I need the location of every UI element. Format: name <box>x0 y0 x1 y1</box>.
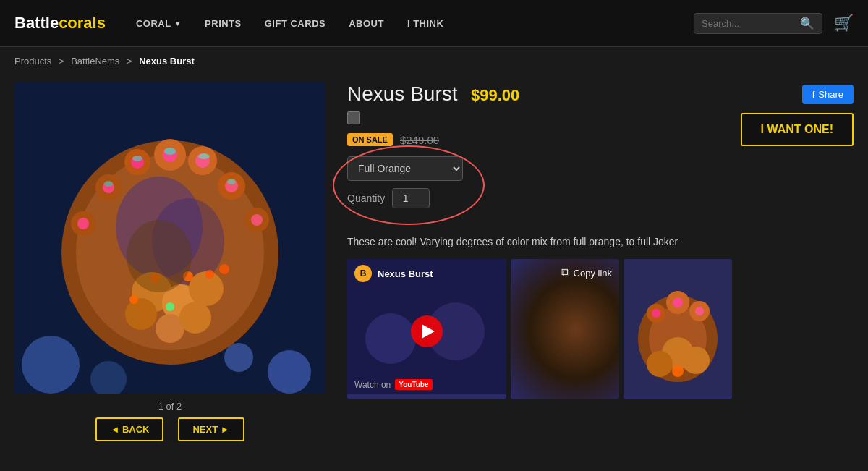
product-image <box>14 82 326 394</box>
svg-point-50 <box>652 309 660 318</box>
svg-point-48 <box>673 297 683 307</box>
youtube-badge: YouTube <box>395 379 432 390</box>
product-image-section: 1 of 2 ◄ BACK NEXT ► <box>14 82 326 441</box>
share-button[interactable]: f Share <box>802 85 854 104</box>
video-side-panel: ⧉ Copy link <box>511 259 619 399</box>
search-box: 🔍 <box>694 13 822 34</box>
svg-point-24 <box>104 181 113 187</box>
product-price: $99.00 <box>471 86 519 104</box>
svg-point-38 <box>219 264 229 274</box>
logo-battle-text: Battle <box>14 14 59 32</box>
svg-point-2 <box>268 350 311 394</box>
svg-point-40 <box>127 220 192 292</box>
svg-point-36 <box>205 270 214 279</box>
next-button[interactable]: NEXT ► <box>178 417 244 441</box>
video-header: B Nexus Burst <box>347 259 506 288</box>
video-logo: B <box>354 265 372 282</box>
main-content: 1 of 2 ◄ BACK NEXT ► Nexus Burst $99.00 … <box>0 75 868 456</box>
svg-point-55 <box>682 347 710 374</box>
breadcrumb-products[interactable]: Products <box>14 56 51 67</box>
copy-link-button[interactable]: ⧉ Copy link <box>561 266 612 279</box>
original-price: $249.00 <box>400 134 439 146</box>
search-icon: 🔍 <box>800 17 814 30</box>
svg-point-37 <box>129 295 138 304</box>
search-input[interactable] <box>702 18 796 29</box>
play-button[interactable] <box>411 315 443 347</box>
image-nav: ◄ BACK NEXT ► <box>14 417 326 441</box>
back-button[interactable]: ◄ BACK <box>95 417 163 441</box>
svg-point-21 <box>164 148 176 155</box>
color-swatch[interactable] <box>347 111 360 124</box>
svg-point-52 <box>695 307 704 315</box>
svg-point-22 <box>132 156 142 161</box>
nav-i-think[interactable]: I THINK <box>399 12 452 35</box>
chevron-down-icon: ▼ <box>174 20 182 27</box>
variant-select-row: Full Orange Full Joker Mixed <box>347 156 463 181</box>
copy-link-label: Copy link <box>574 268 612 279</box>
header: Battlecorals CORAL ▼ PRINTS GIFT CARDS A… <box>0 0 868 47</box>
svg-point-23 <box>198 153 210 159</box>
header-right: 🔍 🛒 <box>694 13 854 34</box>
variant-select[interactable]: Full Orange Full Joker Mixed <box>347 156 463 181</box>
copy-icon: ⧉ <box>561 266 569 279</box>
svg-point-18 <box>77 218 89 229</box>
svg-point-25 <box>227 179 236 184</box>
breadcrumb-battlenems[interactable]: BattleNems <box>71 56 119 67</box>
video-third-panel[interactable] <box>624 259 732 399</box>
video-title: Nexus Burst <box>378 268 433 279</box>
quantity-label: Quantity <box>347 192 385 204</box>
svg-point-31 <box>125 298 157 330</box>
svg-point-39 <box>166 302 174 311</box>
svg-point-56 <box>672 365 684 377</box>
logo-corals-text: corals <box>59 14 106 32</box>
nav-coral[interactable]: CORAL ▼ <box>127 12 190 35</box>
product-description: These are cool! Varying degrees of color… <box>347 236 854 247</box>
product-title: Nexus Burst <box>347 82 458 105</box>
main-nav: CORAL ▼ PRINTS GIFT CARDS ABOUT I THINK <box>127 12 694 35</box>
quantity-row: Quantity <box>347 188 463 208</box>
watch-on-bar: Watch on YouTube <box>347 375 506 394</box>
cart-button[interactable]: 🛒 <box>834 14 854 33</box>
video-main: B Nexus Burst Watch on YouTube <box>347 259 506 399</box>
on-sale-badge: ON SALE <box>347 133 393 146</box>
svg-point-33 <box>179 302 211 334</box>
buy-button[interactable]: I WANT ONE! <box>741 113 854 146</box>
product-title-row: Nexus Burst $99.00 f Share <box>347 82 854 106</box>
product-info: Nexus Burst $99.00 f Share ON SALE $249.… <box>347 82 854 441</box>
video-side-content: ⧉ Copy link <box>511 259 619 399</box>
quantity-input[interactable] <box>392 188 430 208</box>
svg-point-3 <box>224 343 253 372</box>
nav-about[interactable]: ABOUT <box>340 12 393 35</box>
nav-prints[interactable]: PRINTS <box>196 12 250 35</box>
title-price-group: Nexus Burst $99.00 <box>347 82 519 106</box>
svg-point-42 <box>365 313 416 364</box>
video-thumbnail[interactable] <box>347 288 506 375</box>
breadcrumb: Products > BattleNems > Nexus Burst <box>0 47 868 75</box>
nav-gift-cards[interactable]: GIFT CARDS <box>256 12 334 35</box>
site-logo[interactable]: Battlecorals <box>14 14 106 33</box>
facebook-icon: f <box>812 89 815 100</box>
svg-point-1 <box>22 336 80 394</box>
cart-icon: 🛒 <box>834 14 854 32</box>
search-icon-button[interactable]: 🔍 <box>800 17 814 30</box>
watch-on-label: Watch on <box>354 380 391 390</box>
video-section: B Nexus Burst Watch on YouTube <box>347 259 854 399</box>
image-counter: 1 of 2 <box>14 401 326 412</box>
video-coral-thumbnail <box>624 259 732 396</box>
play-icon <box>422 324 435 339</box>
breadcrumb-current: Nexus Burst <box>139 56 195 67</box>
product-image-wrapper <box>14 82 326 394</box>
svg-point-54 <box>647 351 673 377</box>
svg-point-20 <box>251 214 263 226</box>
